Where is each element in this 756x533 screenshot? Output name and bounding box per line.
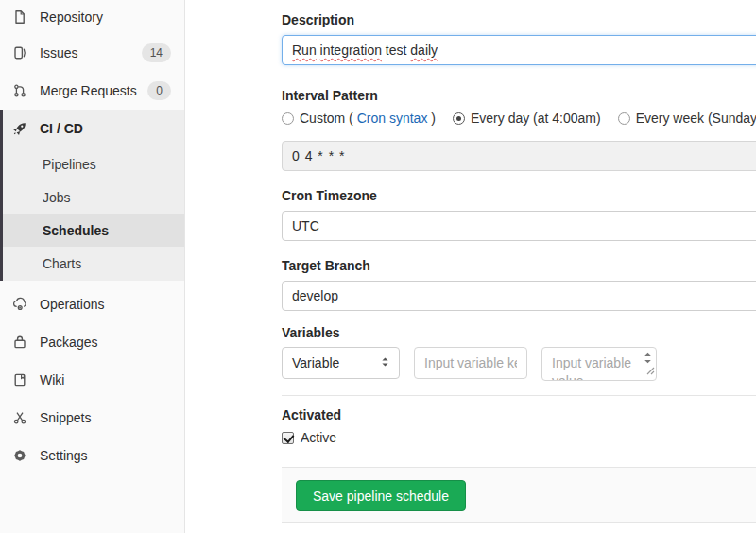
sidebar-item-wiki[interactable]: Wiki (0, 361, 184, 399)
cron-timezone-label: Cron Timezone (282, 188, 756, 203)
active-checkbox-label: Active (301, 430, 336, 445)
sidebar-item-label: Operations (40, 297, 171, 312)
sidebar-item-snippets[interactable]: Snippets (0, 399, 184, 437)
radio-label: Every day (at 4:00am) (471, 111, 601, 126)
target-branch-group: Target Branch develop (282, 258, 756, 311)
form-divider (282, 395, 756, 396)
radio-option-custom[interactable]: Custom ( Cron syntax ) (282, 111, 436, 126)
sidebar-section-ci-cd: CI / CD Pipelines Jobs Schedules Charts (0, 110, 184, 281)
book-icon (12, 372, 27, 387)
variable-value-placeholder: Input variable value (552, 354, 635, 381)
radio-icon-selected[interactable] (453, 112, 465, 125)
sidebar-subitem-label: Jobs (43, 190, 71, 205)
issues-count-badge: 14 (142, 43, 171, 62)
sidebar-item-ci-cd[interactable]: CI / CD (0, 110, 184, 147)
sidebar-item-packages[interactable]: Packages (0, 323, 184, 361)
active-checkbox[interactable] (282, 432, 294, 444)
document-icon (12, 9, 27, 25)
form-footer: Save pipeline schedule (282, 467, 756, 523)
description-group: Description Run integration test daily (282, 12, 756, 65)
radio-label: Every week (Sundays at 4:00am) (636, 111, 756, 126)
active-section-indicator (0, 110, 3, 281)
sidebar-bottom-section: Operations Packages Wiki Snippets (0, 281, 184, 474)
sidebar-item-label: Snippets (40, 410, 171, 425)
target-branch-input[interactable]: develop (282, 281, 756, 311)
radio-option-every-day[interactable]: Every day (at 4:00am) (453, 111, 601, 126)
sidebar-item-label: Merge Requests (40, 83, 147, 98)
merge-request-icon (12, 83, 27, 98)
radio-icon[interactable] (618, 112, 630, 125)
radio-label-suffix: ) (431, 111, 436, 126)
sidebar-subitem-label: Schedules (43, 223, 109, 238)
pipeline-schedule-form: Description Run integration test daily I… (185, 0, 756, 533)
variable-type-value: Variable (292, 355, 379, 370)
sidebar-item-merge-requests[interactable]: Merge Requests 0 (0, 72, 184, 110)
sidebar-item-schedules[interactable]: Schedules (0, 214, 184, 247)
description-input[interactable]: Run integration test daily (282, 35, 756, 65)
radio-option-every-week[interactable]: Every week (Sundays at 4:00am) (618, 111, 756, 126)
sidebar-item-settings[interactable]: Settings (0, 437, 184, 474)
resize-grip-icon[interactable] (645, 362, 655, 379)
cron-pattern-input[interactable]: 0 4 * * * (282, 141, 756, 171)
sidebar-item-pipelines[interactable]: Pipelines (0, 147, 184, 181)
radio-icon[interactable] (282, 112, 294, 125)
cloud-gear-icon (12, 297, 27, 312)
sidebar-item-charts[interactable]: Charts (0, 247, 184, 280)
target-branch-label: Target Branch (282, 258, 756, 273)
package-icon (12, 335, 27, 350)
description-label: Description (282, 12, 756, 27)
sidebar-item-label: Repository (40, 9, 171, 25)
sidebar-item-label: Packages (40, 335, 171, 350)
active-checkbox-row[interactable]: Active (282, 430, 756, 445)
sidebar-item-issues[interactable]: Issues 14 (0, 34, 184, 72)
variables-row: Variable Input variable value (282, 347, 756, 381)
sidebar: Repository Issues 14 Merge Requests 0 (0, 0, 185, 533)
sidebar-top-section: Repository Issues 14 Merge Requests 0 (0, 0, 184, 110)
cron-syntax-link[interactable]: Cron syntax (357, 111, 428, 126)
variables-group: Variables Variable Input variable value (282, 325, 756, 381)
rocket-icon (12, 121, 27, 136)
interval-pattern-group: Interval Pattern Custom ( Cron syntax ) … (282, 88, 756, 171)
sidebar-item-label: Issues (40, 45, 142, 60)
description-input-text: Run integration test daily (292, 43, 438, 58)
variable-type-select[interactable]: Variable (282, 347, 400, 379)
sidebar-item-label: Settings (40, 448, 171, 463)
chevron-up-down-icon (379, 355, 391, 371)
variable-key-input[interactable] (414, 347, 527, 379)
issues-icon (12, 45, 27, 60)
save-pipeline-schedule-button[interactable]: Save pipeline schedule (296, 480, 466, 511)
radio-label: Custom ( (300, 111, 353, 126)
sidebar-item-repository[interactable]: Repository (0, 0, 184, 34)
sidebar-item-label: CI / CD (40, 121, 171, 136)
cron-timezone-group: Cron Timezone UTC (282, 188, 756, 241)
activated-label: Activated (282, 407, 756, 422)
cron-timezone-input[interactable]: UTC (282, 211, 756, 241)
variable-value-textarea[interactable]: Input variable value (541, 347, 657, 381)
merge-requests-count-badge: 0 (147, 81, 171, 100)
gear-icon (12, 448, 27, 463)
interval-radio-row: Custom ( Cron syntax ) Every day (at 4:0… (282, 111, 756, 126)
sidebar-subitem-label: Charts (43, 256, 81, 271)
pipeline-schedule-page: Repository Issues 14 Merge Requests 0 (0, 0, 756, 533)
interval-pattern-label: Interval Pattern (282, 88, 756, 103)
sidebar-item-operations[interactable]: Operations (0, 285, 184, 323)
sidebar-item-jobs[interactable]: Jobs (0, 181, 184, 214)
sidebar-subitem-label: Pipelines (43, 157, 96, 172)
activated-group: Activated Active (282, 407, 756, 445)
scissors-icon (12, 410, 27, 425)
variables-label: Variables (282, 325, 756, 340)
sidebar-item-label: Wiki (40, 372, 171, 387)
